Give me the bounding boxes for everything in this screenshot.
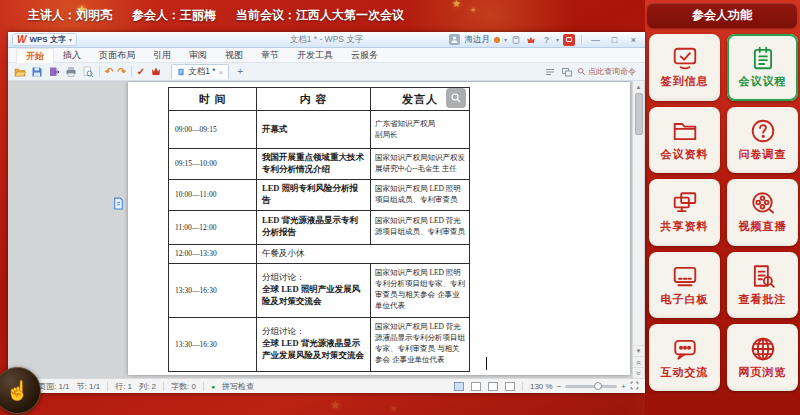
section-label: 节: 1/1 xyxy=(77,381,101,392)
tab-close-icon[interactable]: × xyxy=(219,68,224,77)
wps-title-bar: W WPS 文字 ▾ 文档1 * - WPS 文字 海边月 ▾ ? ▾ — □ … xyxy=(8,32,645,48)
table-header-row: 时 间 内 容 发言人 xyxy=(169,88,470,111)
participant-grid: 签到信息会议议程会议资料问卷调查共享资料视频直播电子白板查看批注互动交流网页浏览 xyxy=(649,34,798,391)
outline-view-icon[interactable] xyxy=(471,382,481,391)
previous-page-button[interactable] xyxy=(633,356,644,367)
tab-list-icon[interactable] xyxy=(543,65,556,78)
redo-icon[interactable]: ↷ xyxy=(117,65,125,78)
agenda-table-body: 09:00—09:15开幕式广东省知识产权局 副局长09:15—10:00我国开… xyxy=(169,111,470,372)
document-icon xyxy=(177,68,185,76)
divider xyxy=(107,382,108,391)
menu-tab-2[interactable]: 页面布局 xyxy=(90,48,144,62)
skin-icon[interactable] xyxy=(511,34,522,45)
close-button[interactable]: × xyxy=(626,33,641,46)
cell-speaker: 国家知识产权局 LED 照明项目组成员、专利审查员 xyxy=(371,179,470,210)
comment-anchor-icon[interactable] xyxy=(112,196,125,209)
page-view-icon[interactable] xyxy=(454,382,464,391)
check-in-icon xyxy=(672,45,698,71)
fullread-view-icon[interactable] xyxy=(505,382,515,391)
chevron-down-icon[interactable]: ▾ xyxy=(504,36,507,43)
magnifier-overlay-button[interactable] xyxy=(446,88,466,108)
function-button-annotations[interactable]: 查看批注 xyxy=(727,252,798,319)
zoom-slider-handle[interactable] xyxy=(594,382,602,390)
function-button-label: 电子白板 xyxy=(661,292,709,307)
function-button-survey[interactable]: 问卷调查 xyxy=(727,107,798,174)
save-icon[interactable] xyxy=(30,65,43,78)
menu-tab-5[interactable]: 视图 xyxy=(216,48,252,62)
restore-button[interactable]: □ xyxy=(607,33,622,46)
zoom-out-button[interactable]: − xyxy=(557,382,562,391)
user-avatar[interactable] xyxy=(449,34,460,45)
function-button-chat[interactable]: 互动交流 xyxy=(649,324,720,391)
vip-crown-icon[interactable] xyxy=(526,34,537,45)
cell-speaker: 国家知识产权局 LED 背光源项目组成员、专利审查员 xyxy=(371,210,470,244)
gesture-pointer-button[interactable]: ☝ xyxy=(0,367,41,414)
function-button-whiteboard[interactable]: 电子白板 xyxy=(649,252,720,319)
function-button-label: 共享资料 xyxy=(661,219,709,234)
function-button-agenda[interactable]: 会议议程 xyxy=(727,34,798,101)
undo-icon[interactable]: ↶ xyxy=(105,65,113,78)
spellcheck-label[interactable]: 拼写检查 xyxy=(222,381,254,392)
next-page-button[interactable] xyxy=(633,367,644,378)
zoom-slider[interactable] xyxy=(565,385,617,388)
command-search[interactable]: 点此查询命令 xyxy=(577,66,640,77)
function-button-label: 签到信息 xyxy=(661,74,709,89)
wps-window: W WPS 文字 ▾ 文档1 * - WPS 文字 海边月 ▾ ? ▾ — □ … xyxy=(8,32,645,393)
export-icon[interactable] xyxy=(47,65,60,78)
function-button-check-in[interactable]: 签到信息 xyxy=(649,34,720,101)
video-icon xyxy=(750,190,776,216)
scrollbar-thumb[interactable] xyxy=(635,93,643,135)
function-button-web[interactable]: 网页浏览 xyxy=(727,324,798,391)
menu-tab-1[interactable]: 插入 xyxy=(54,48,90,62)
menu-tab-6[interactable]: 章节 xyxy=(252,48,288,62)
cell-speaker: 国家知识产权局 LED 照明专利分析项目组专家、专利审查员与相关参会 企事业单位… xyxy=(371,263,470,317)
magnifier-icon xyxy=(450,92,462,104)
document-tab[interactable]: 文档1 * × xyxy=(171,64,229,79)
hand-pointer-icon: ☝ xyxy=(6,381,30,400)
function-button-share[interactable]: 共享资料 xyxy=(649,179,720,246)
cell-time: 10:00—11:00 xyxy=(169,179,257,210)
document-page[interactable]: 时 间 内 容 发言人 09:00—09:15开幕式广东省知识产权局 副局长09… xyxy=(128,82,630,375)
fit-page-icon[interactable] xyxy=(630,381,639,392)
new-tab-button[interactable]: + xyxy=(233,66,247,77)
chevron-down-icon: ▾ xyxy=(69,36,72,43)
zoom-in-button[interactable]: + xyxy=(621,382,626,391)
print-preview-icon[interactable] xyxy=(81,65,94,78)
cell-time: 12:00—13:30 xyxy=(169,244,257,263)
stamp-icon[interactable] xyxy=(149,65,162,78)
quick-toolbar: ↶ ↷ ✓ 文档1 * × + 点此查询命令 xyxy=(8,63,645,81)
function-button-label: 问卷调查 xyxy=(739,147,787,162)
switch-window-icon[interactable] xyxy=(560,65,573,78)
cell-content: 分组讨论：全球 LED 背光源液晶显示产业发展风险及对策交流会 xyxy=(257,317,371,371)
theme-switch-icon[interactable] xyxy=(563,34,575,46)
function-button-video[interactable]: 视频直播 xyxy=(727,179,798,246)
command-search-hint: 点此查询命令 xyxy=(588,66,636,77)
menu-tab-8[interactable]: 云服务 xyxy=(342,48,387,62)
scroll-up-button[interactable]: ▲ xyxy=(633,81,644,92)
star-icon: ★ xyxy=(330,398,341,412)
help-icon[interactable]: ? xyxy=(541,34,552,45)
wps-logo-menu[interactable]: W WPS 文字 ▾ xyxy=(12,33,77,46)
function-button-label: 查看批注 xyxy=(739,292,787,307)
minimize-button[interactable]: — xyxy=(588,33,603,46)
menu-tab-3[interactable]: 引用 xyxy=(144,48,180,62)
scroll-down-button[interactable]: ▼ xyxy=(633,345,644,356)
user-name-label[interactable]: 海边月 xyxy=(464,34,490,46)
menu-tab-7[interactable]: 开发工具 xyxy=(288,48,342,62)
materials-icon xyxy=(672,118,698,144)
format-check-icon[interactable]: ✓ xyxy=(137,65,145,78)
document-area[interactable]: 时 间 内 容 发言人 09:00—09:15开幕式广东省知识产权局 副局长09… xyxy=(8,81,645,378)
menu-tab-4[interactable]: 审阅 xyxy=(180,48,216,62)
print-icon[interactable] xyxy=(64,65,77,78)
web-view-icon[interactable] xyxy=(488,382,498,391)
chevron-down-icon[interactable]: ▾ xyxy=(556,36,559,43)
cell-content: 分组讨论：全球 LED 照明产业发展风险及对策交流会 xyxy=(257,263,371,317)
vertical-scrollbar[interactable]: ▲ ▼ xyxy=(632,81,644,378)
function-button-materials[interactable]: 会议资料 xyxy=(649,107,720,174)
participant-functions-header[interactable]: 参会人功能 xyxy=(647,3,797,28)
menu-tab-0[interactable]: 开始 xyxy=(16,48,54,63)
cell-speaker: 国家知识产权局知识产权发展研究中心--毛金生 主任 xyxy=(371,149,470,180)
function-button-label: 互动交流 xyxy=(661,365,709,380)
open-folder-icon[interactable] xyxy=(13,65,26,78)
page-count-label: 页面: 1/1 xyxy=(38,381,70,392)
